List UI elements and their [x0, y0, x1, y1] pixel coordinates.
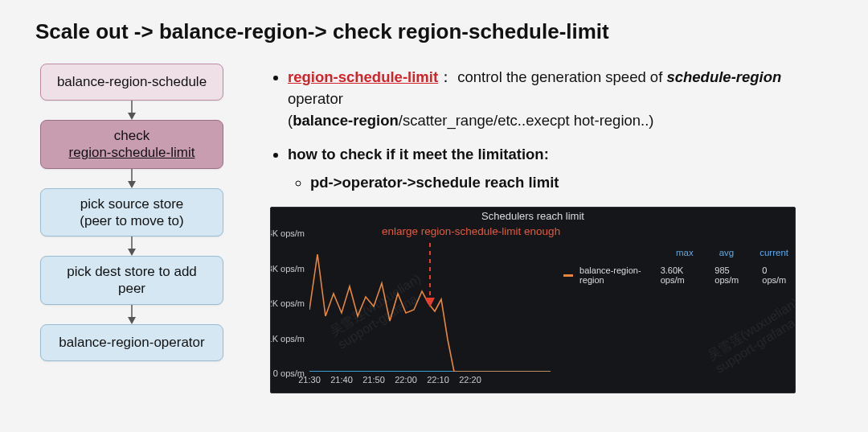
- svg-marker-1: [128, 113, 136, 120]
- bold: balance-region: [293, 112, 399, 129]
- y-tick: 1K ops/m: [270, 334, 305, 344]
- svg-marker-5: [128, 249, 136, 256]
- flow-box-label: pick dest store to add: [67, 263, 197, 280]
- flow-box-operator: balance-region-operator: [40, 324, 223, 361]
- flow-box-label: balance-region-schedule: [57, 73, 207, 90]
- y-tick: 2K ops/m: [270, 298, 305, 308]
- slide-title: Scale out -> balance-region-> check regi…: [35, 19, 836, 44]
- check-sub: pd->operator->schedule reach limit: [310, 174, 559, 191]
- legend-swatch-icon: [563, 274, 573, 277]
- watermark: 吴雪莲(wuxuelian) support-grafana: [705, 295, 796, 376]
- flow-arrow-icon: [125, 305, 138, 324]
- legend-col-avg: avg: [719, 248, 735, 257]
- notes-column: region-schedule-limit： control the gener…: [231, 64, 836, 393]
- legend-cur-value: 0 ops/m: [762, 265, 788, 285]
- y-tick: 4K ops/m: [270, 228, 305, 238]
- flow-box-label: peer: [118, 280, 145, 297]
- text: operator: [288, 90, 343, 107]
- flow-arrow-icon: [125, 169, 138, 188]
- check-sub-item: pd->operator->schedule reach limit: [310, 172, 836, 194]
- legend-row[interactable]: balance-region-region 3.60K ops/m 985 op…: [563, 265, 788, 285]
- flow-box-pick-dest: pick dest store to add peer: [40, 256, 223, 305]
- flowchart: balance-region-schedule check region-sch…: [32, 64, 231, 361]
- series-line: [309, 254, 551, 372]
- flow-box-pick-source: pick source store (peer to move to): [40, 188, 223, 237]
- flow-box-label: pick source store: [80, 195, 184, 212]
- svg-marker-7: [128, 317, 136, 324]
- paren-rest: /scatter_range/etc..execpt hot-region..): [399, 112, 654, 129]
- flow-box-label: check: [114, 127, 149, 144]
- legend-series-name: balance-region-region: [579, 265, 654, 285]
- note-how-to-check: how to check if it meet the limitation: …: [288, 144, 836, 194]
- main-row: balance-region-schedule check region-sch…: [32, 64, 836, 393]
- legend-avg-value: 985 ops/m: [714, 265, 749, 285]
- note-region-schedule-limit: region-schedule-limit： control the gener…: [288, 67, 836, 131]
- slide: Scale out -> balance-region-> check regi…: [0, 0, 868, 432]
- flow-box-label: balance-region-operator: [59, 334, 204, 351]
- y-axis: 4K ops/m 3K ops/m 2K ops/m 1K ops/m 0 op…: [271, 233, 308, 373]
- chart-legend: max avg current balance-region-region 3.…: [563, 248, 788, 285]
- x-tick: 22:20: [450, 375, 490, 385]
- chart-svg: [309, 235, 551, 372]
- legend-col-current: current: [760, 248, 788, 257]
- svg-marker-3: [128, 181, 136, 188]
- chart-title: Schedulers reach limit: [271, 210, 795, 222]
- check-head: how to check if it meet the limitation:: [288, 146, 549, 163]
- legend-max-value: 3.60K ops/m: [661, 265, 702, 285]
- flow-arrow-icon: [125, 237, 138, 256]
- chart-plot-area: [309, 235, 551, 372]
- notes-list: region-schedule-limit： control the gener…: [270, 67, 836, 194]
- flow-box-label-underline: region-schedule-limit: [69, 144, 195, 161]
- y-tick: 3K ops/m: [270, 264, 305, 274]
- text: control the generation speed of: [453, 68, 666, 85]
- legend-values: 3.60K ops/m 985 ops/m 0 ops/m: [661, 265, 788, 285]
- flow-box-label: (peer to move to): [80, 212, 183, 229]
- flow-box-schedule: balance-region-schedule: [40, 64, 223, 101]
- flow-arrow-icon: [125, 101, 138, 120]
- flow-box-check-limit: check region-schedule-limit: [40, 120, 223, 169]
- region-schedule-limit-term: region-schedule-limit: [288, 68, 438, 85]
- legend-header: max avg current: [563, 248, 788, 257]
- legend-col-max: max: [676, 248, 694, 257]
- em: schedule-region: [666, 68, 781, 85]
- chart-panel: Schedulers reach limit enlarge region-sc…: [270, 207, 796, 393]
- annotation-arrowhead: [425, 298, 435, 307]
- sep: ：: [438, 68, 453, 85]
